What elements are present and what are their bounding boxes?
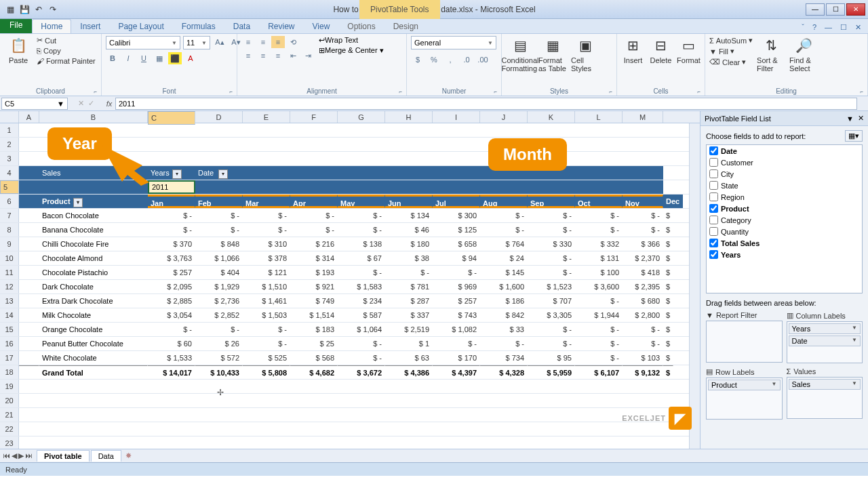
help-icon[interactable]: ? <box>810 22 819 33</box>
layout-button[interactable]: ▦▾ <box>845 130 863 142</box>
tab-options[interactable]: Options <box>338 19 384 33</box>
formula-input[interactable]: 2011 <box>115 98 857 110</box>
border-button[interactable]: ▦ <box>153 52 166 64</box>
col-header-E[interactable]: E <box>243 111 290 123</box>
panel-dropdown-icon[interactable]: ▼ <box>846 115 854 123</box>
clear-button[interactable]: ⌫Clear ▾ <box>709 58 753 66</box>
indent-dec-icon[interactable]: ⇤ <box>286 49 300 62</box>
fill-button[interactable]: ▼Fill ▾ <box>709 47 753 56</box>
autosum-button[interactable]: ΣAutoSum ▾ <box>709 36 753 45</box>
tab-review[interactable]: Review <box>259 19 303 33</box>
cut-button[interactable]: ✂Cut <box>37 36 96 45</box>
tab-file[interactable]: File <box>0 18 32 33</box>
area-chip[interactable]: Product▼ <box>708 380 781 390</box>
orientation-icon[interactable]: ⟲ <box>286 36 300 48</box>
insert-cells-button[interactable]: ⊞Insert <box>621 36 645 64</box>
tab-view[interactable]: View <box>304 19 339 33</box>
tab-data[interactable]: Data <box>224 19 259 33</box>
underline-button[interactable]: U <box>137 52 151 64</box>
sheet-tab-data[interactable]: Data <box>91 450 121 462</box>
dec-decimal-icon[interactable]: .00 <box>476 54 490 66</box>
col-header-K[interactable]: K <box>528 111 575 123</box>
conditional-formatting-button[interactable]: ▤Conditional Formatting <box>506 36 534 73</box>
field-checkbox[interactable] <box>709 227 718 236</box>
cell-styles-button[interactable]: ▣Cell Styles <box>571 36 599 73</box>
tab-insert[interactable]: Insert <box>71 19 109 33</box>
fx-icon[interactable]: fx <box>103 100 115 108</box>
copy-button[interactable]: ⎘Copy <box>37 47 96 55</box>
sheet-tab-pivot[interactable]: Pivot table <box>37 450 90 462</box>
format-cells-button[interactable]: ▭Format <box>677 36 701 64</box>
area-values[interactable]: Sales▼ <box>787 377 863 419</box>
col-header-M[interactable]: M <box>623 111 663 123</box>
fill-color-button[interactable]: ⬛ <box>168 52 182 64</box>
grow-font-icon[interactable]: A▴ <box>213 36 226 48</box>
sort-filter-button[interactable]: ⇅Sort & Filter <box>757 36 785 73</box>
tab-page-layout[interactable]: Page Layout <box>109 19 172 33</box>
save-icon[interactable]: 💾 <box>18 3 31 16</box>
minimize-button[interactable]: — <box>806 3 825 16</box>
comma-icon[interactable]: , <box>443 54 457 66</box>
close-button[interactable]: ✕ <box>846 3 865 16</box>
delete-cells-button[interactable]: ⊟Delete <box>649 36 673 64</box>
tab-nav-next[interactable]: ▶ <box>18 451 24 460</box>
tab-formulas[interactable]: Formulas <box>173 19 224 33</box>
field-checkbox[interactable] <box>709 146 718 155</box>
field-checklist[interactable]: DateCustomerCityStateRegionProductCatego… <box>706 144 863 293</box>
format-as-table-button[interactable]: ▦Format as Table <box>538 36 567 73</box>
tab-home[interactable]: Home <box>32 19 71 33</box>
currency-icon[interactable]: $ <box>411 54 425 66</box>
field-checkbox[interactable] <box>709 192 718 201</box>
undo-icon[interactable]: ↶ <box>33 3 45 16</box>
find-select-button[interactable]: 🔎Find & Select <box>789 36 818 73</box>
align-center-icon[interactable]: ≡ <box>256 49 270 62</box>
font-name-select[interactable]: Calibri▼ <box>106 36 180 49</box>
paste-button[interactable]: 📋Paste <box>4 36 33 64</box>
area-chip[interactable]: Years▼ <box>789 323 861 334</box>
panel-close-icon[interactable]: ✕ <box>858 114 864 123</box>
bold-button[interactable]: B <box>106 52 119 64</box>
area-row-labels[interactable]: Product▼ <box>706 378 783 420</box>
percent-icon[interactable]: % <box>427 54 441 66</box>
vertical-scrollbar[interactable] <box>689 123 700 449</box>
name-box[interactable]: C5▼ <box>1 98 68 110</box>
col-header-L[interactable]: L <box>575 111 623 123</box>
worksheet-grid[interactable]: ABCDEFGHIJKLM 1234SalesYears▾Date ▾52011… <box>0 111 700 449</box>
field-checkbox[interactable] <box>709 216 718 224</box>
window-min-icon[interactable]: — <box>822 22 835 33</box>
align-right-icon[interactable]: ≡ <box>271 49 285 62</box>
area-chip[interactable]: Date▼ <box>789 336 861 346</box>
col-header-I[interactable]: I <box>433 111 480 123</box>
number-format-select[interactable]: General▼ <box>411 36 496 49</box>
col-header-F[interactable]: F <box>290 111 338 123</box>
wrap-text-button[interactable]: ↩Wrap Text <box>319 36 384 45</box>
col-header-G[interactable]: G <box>338 111 385 123</box>
tab-design[interactable]: Design <box>384 19 427 33</box>
field-checkbox[interactable] <box>709 169 718 178</box>
tab-nav-first[interactable]: ⏮ <box>3 451 10 460</box>
field-checkbox[interactable] <box>709 250 718 259</box>
format-painter-button[interactable]: 🖌Format Painter <box>37 57 96 65</box>
col-header-A[interactable]: A <box>19 111 39 123</box>
align-left-icon[interactable]: ≡ <box>241 49 255 62</box>
align-middle-icon[interactable]: ≡ <box>256 36 270 48</box>
window-close-icon[interactable]: ✕ <box>852 22 864 33</box>
font-size-select[interactable]: 11▼ <box>183 36 210 49</box>
area-column-labels[interactable]: Years▼Date▼ <box>787 321 863 363</box>
field-checkbox[interactable] <box>709 181 718 190</box>
align-top-icon[interactable]: ≡ <box>241 36 255 48</box>
col-header-C[interactable]: C <box>148 111 195 125</box>
tab-nav-last[interactable]: ⏭ <box>25 451 33 460</box>
italic-button[interactable]: I <box>121 52 135 64</box>
merge-center-button[interactable]: ⊞Merge & Center ▾ <box>319 46 384 55</box>
maximize-button[interactable]: ☐ <box>826 3 845 16</box>
tab-nav-prev[interactable]: ◀ <box>12 451 17 460</box>
indent-inc-icon[interactable]: ⇥ <box>301 49 315 62</box>
col-header-H[interactable]: H <box>385 111 433 123</box>
inc-decimal-icon[interactable]: .0 <box>460 54 473 66</box>
col-header-B[interactable]: B <box>39 111 148 123</box>
align-bottom-icon[interactable]: ≡ <box>271 36 285 48</box>
field-checkbox[interactable] <box>709 239 718 247</box>
new-sheet-icon[interactable]: ✸ <box>121 451 136 460</box>
area-report-filter[interactable] <box>706 321 783 363</box>
